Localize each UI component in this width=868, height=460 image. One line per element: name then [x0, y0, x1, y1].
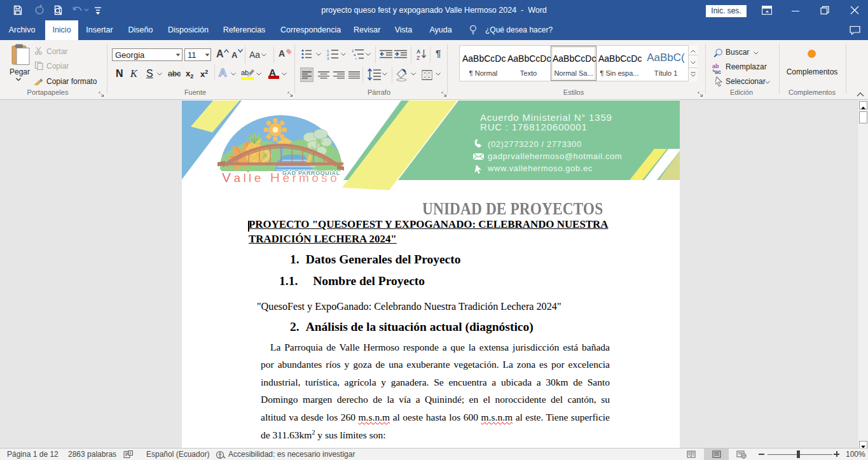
svg-text:3: 3 — [327, 57, 329, 60]
svg-text:A: A — [417, 48, 420, 55]
svg-text:gadprvallehermoso@hotmail.com: gadprvallehermoso@hotmail.com — [488, 151, 622, 161]
svg-text:RUC : 1768120600001: RUC : 1768120600001 — [480, 122, 588, 132]
svg-text:i: i — [355, 57, 356, 60]
svg-text:GAD PARROQUIAL: GAD PARROQUIAL — [282, 170, 340, 176]
svg-text:(02)2773220 / 2773300: (02)2773220 / 2773300 — [488, 139, 582, 149]
svg-text:Z: Z — [417, 55, 420, 60]
svg-text:ac: ac — [715, 69, 721, 74]
svg-text:www.vallehermoso.gob.ec: www.vallehermoso.gob.ec — [487, 164, 593, 173]
